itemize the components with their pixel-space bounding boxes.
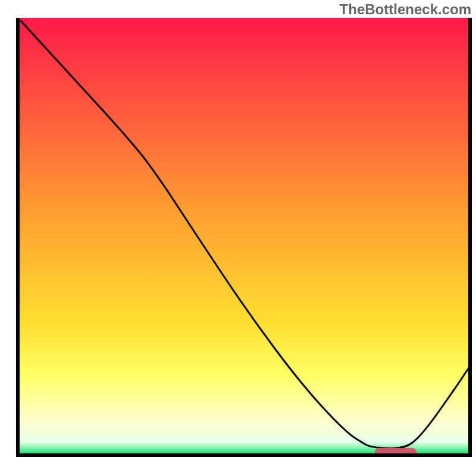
chart-container: TheBottleneck.com	[0, 0, 476, 476]
plot-background	[18, 18, 470, 455]
watermark-label: TheBottleneck.com	[340, 1, 471, 18]
bottleneck-chart	[0, 0, 476, 476]
